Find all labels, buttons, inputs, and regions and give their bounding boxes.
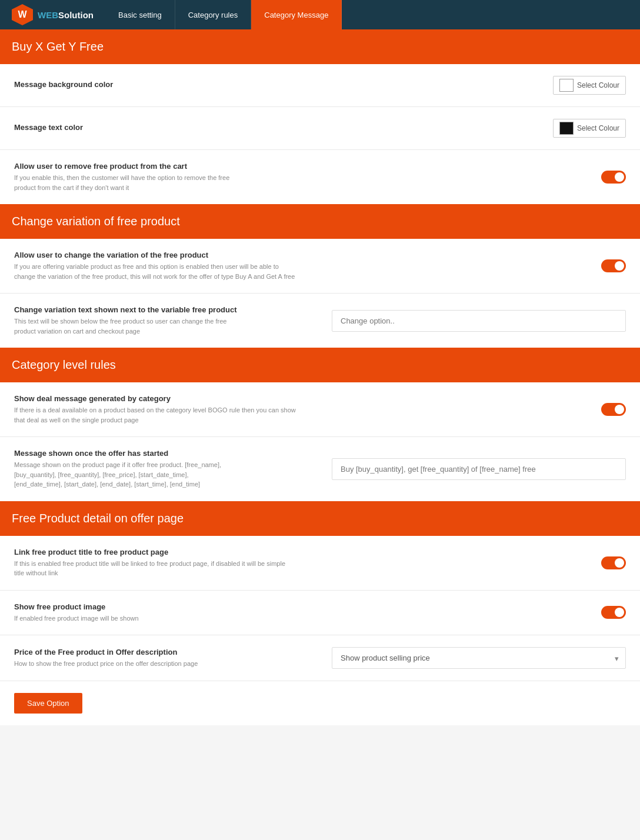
msg-text-color-swatch xyxy=(559,122,574,135)
nav-tabs: Basic setting Category rules Category Me… xyxy=(105,0,342,29)
logo: WEBSolution xyxy=(0,4,105,25)
allow-remove-desc: If you enable this, then the customer wi… xyxy=(14,173,238,192)
price-description-desc: How to show the free product price on th… xyxy=(14,659,238,669)
variation-text-input[interactable] xyxy=(332,310,626,332)
tab-category-rules[interactable]: Category rules xyxy=(175,0,252,29)
msg-text-color-button[interactable]: Select Colour xyxy=(553,119,626,138)
show-free-image-toggle[interactable] xyxy=(601,606,626,619)
allow-change-variation-label: Allow user to change the variation of th… xyxy=(14,251,296,259)
message-offer-started-input[interactable] xyxy=(332,458,626,480)
allow-remove-toggle[interactable] xyxy=(601,171,626,184)
row-show-deal-message: Show deal message generated by category … xyxy=(0,382,640,437)
section-change-variation-header: Change variation of free product xyxy=(0,204,640,239)
logo-text: WEBSolution xyxy=(38,10,94,20)
link-free-product-label: Link free product title to free product … xyxy=(14,548,296,556)
allow-change-variation-desc: If you are offering variable product as … xyxy=(14,262,296,281)
tab-category-message[interactable]: Category Message xyxy=(251,0,342,29)
section-category-rules-header: Category level rules xyxy=(0,348,640,382)
row-msg-bg-color: Message background color Select Colour xyxy=(0,64,640,107)
row-show-free-image: Show free product image If enabled free … xyxy=(0,591,640,636)
section-buy-x-get-y-header: Buy X Get Y Free xyxy=(0,29,640,64)
section-change-variation-content: Allow user to change the variation of th… xyxy=(0,239,640,348)
message-offer-started-label: Message shown once the offer has started xyxy=(14,449,238,458)
message-offer-started-desc: Message shown on the product page if it … xyxy=(14,460,238,489)
row-allow-remove: Allow user to remove free product from t… xyxy=(0,150,640,204)
variation-text-label: Change variation text shown next to the … xyxy=(14,305,238,314)
logo-icon xyxy=(12,4,33,25)
section-free-product-header: Free Product detail on offer page xyxy=(0,501,640,536)
section-free-product-content: Link free product title to free product … xyxy=(0,536,640,681)
show-deal-message-label: Show deal message generated by category xyxy=(14,394,296,403)
variation-text-desc: This text will be shown below the free p… xyxy=(14,316,238,336)
section-category-rules-content: Show deal message generated by category … xyxy=(0,382,640,501)
price-description-select[interactable]: Show product selling price Show product … xyxy=(332,647,626,669)
row-message-offer-started: Message shown once the offer has started… xyxy=(0,437,640,501)
price-description-label: Price of the Free product in Offer descr… xyxy=(14,648,238,656)
row-variation-text: Change variation text shown next to the … xyxy=(0,294,640,348)
price-description-select-wrapper: Show product selling price Show product … xyxy=(332,647,626,669)
tab-basic-setting[interactable]: Basic setting xyxy=(105,0,175,29)
msg-bg-color-swatch xyxy=(559,79,574,92)
section-buy-x-get-y-content: Message background color Select Colour M… xyxy=(0,64,640,204)
row-msg-text-color: Message text color Select Colour xyxy=(0,107,640,150)
show-deal-message-desc: If there is a deal available on a produc… xyxy=(14,405,296,425)
allow-change-variation-toggle[interactable] xyxy=(601,259,626,272)
show-free-image-label: Show free product image xyxy=(14,602,296,611)
header: WEBSolution Basic setting Category rules… xyxy=(0,0,640,29)
row-link-free-product: Link free product title to free product … xyxy=(0,536,640,591)
link-free-product-toggle[interactable] xyxy=(601,556,626,569)
allow-remove-label: Allow user to remove free product from t… xyxy=(14,162,238,171)
msg-text-color-label: Message text color xyxy=(14,123,238,132)
show-free-image-desc: If enabled free product image will be sh… xyxy=(14,614,296,624)
row-allow-change-variation: Allow user to change the variation of th… xyxy=(0,239,640,294)
save-section: Save Option xyxy=(0,681,640,725)
msg-bg-color-button[interactable]: Select Colour xyxy=(553,76,626,95)
row-price-description: Price of the Free product in Offer descr… xyxy=(0,635,640,681)
save-button[interactable]: Save Option xyxy=(14,693,82,714)
link-free-product-desc: If this is enabled free product title wi… xyxy=(14,559,296,578)
show-deal-message-toggle[interactable] xyxy=(601,403,626,416)
msg-bg-color-label: Message background color xyxy=(14,80,238,89)
